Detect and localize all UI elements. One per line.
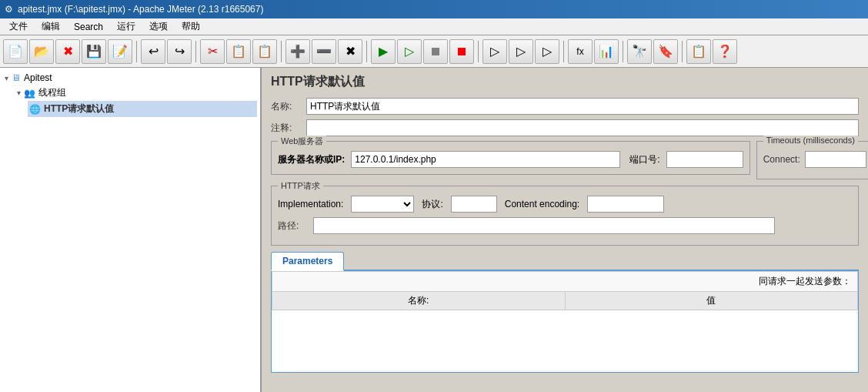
protocol-input[interactable] [451,196,497,213]
impl-select[interactable]: HttpClient3.1 HttpClient4 Java [352,196,413,212]
content-area: HTTP请求默认值 名称: 注释: Web服务器 服务器名称或IP: [262,68,868,379]
tree-item-http-defaults[interactable]: 🌐 HTTP请求默认值 [28,101,257,117]
tree-expand-icon-2: ▾ [17,89,21,97]
page-title: HTTP请求默认值 [271,74,859,90]
run-no-pause-button[interactable]: ▷ [397,39,422,64]
impl-label: Implementation: [278,199,343,209]
params-header: 同请求一起发送参数： [272,271,858,291]
separator-2 [195,41,196,62]
params-table: 名称: 值 [272,291,858,372]
tab-header: Parameters [271,252,859,271]
clear-button[interactable]: ✖ [338,39,362,64]
menu-help[interactable]: 帮助 [175,18,206,35]
timeouts-legend: Timeouts (milliseconds) [763,136,858,145]
save-button[interactable]: 💾 [82,39,106,64]
add-button[interactable]: ➕ [285,39,310,64]
save-as-button[interactable]: 📝 [108,39,132,64]
http-request-fieldset: HTTP请求 Implementation: HttpClient3.1 Htt… [271,186,859,246]
left-panel: ▾ 🖥 Apitest ▾ 👥 线程组 🌐 HTTP请求默认值 [0,68,262,392]
remote-stop-button[interactable]: ▷ [509,39,533,64]
stop-button[interactable]: ⏹ [423,39,448,64]
send-params-label: 同请求一起发送参数： [759,276,851,286]
remote-start-button[interactable]: ▷ [482,39,507,64]
undo-button[interactable]: ↩ [141,39,165,64]
separator-5 [478,41,479,62]
cut-button[interactable]: ✂ [200,39,225,64]
copy-button[interactable]: 📋 [226,39,251,64]
search-button[interactable]: 🔭 [627,39,652,64]
computer-icon: 🖥 [12,72,21,83]
menu-search[interactable]: Search [68,20,109,34]
impl-select-box[interactable]: HttpClient3.1 HttpClient4 Java [351,196,414,213]
empty-row [272,310,858,372]
menu-edit[interactable]: 编辑 [35,18,66,35]
server-label: 服务器名称或IP: [278,153,345,166]
web-server-legend: Web服务器 [278,136,326,147]
name-row: 名称: [271,98,859,115]
separator-4 [366,41,367,62]
separator-3 [281,41,282,62]
encoding-input[interactable] [587,196,664,213]
redo-button[interactable]: ↪ [167,39,192,64]
list-button[interactable]: 📋 [686,39,711,64]
new-button[interactable]: 📄 [3,39,28,64]
http-req-impl-row: Implementation: HttpClient3.1 HttpClient… [278,196,852,213]
separator-7 [623,41,623,62]
comment-label: 注释: [271,122,302,135]
thread-group-icon: 👥 [24,88,35,99]
comment-input[interactable] [306,119,859,136]
name-label: 名称: [271,100,302,113]
tree-label-apitest: Apitest [24,72,52,83]
tree-label-http-defaults: HTTP请求默认值 [44,102,114,116]
tab-content-parameters: 同请求一起发送参数： 名称: 值 [271,271,859,373]
function-helper-button[interactable]: fx [568,39,593,64]
port-input[interactable] [666,151,743,168]
title-bar-icon: ⚙ [5,4,13,15]
right-panel: HTTP请求默认值 名称: 注释: Web服务器 服务器名称或IP: [262,68,868,392]
timeouts-fieldset: Timeouts (milliseconds) Connect: [756,141,868,179]
separator-6 [563,41,564,62]
run-button[interactable]: ▶ [371,39,396,64]
tab-parameters[interactable]: Parameters [271,252,344,271]
paste-button[interactable]: 📋 [252,39,277,64]
close-button[interactable]: ✖ [55,39,80,64]
path-label: 路径: [278,219,309,233]
tree-item-apitest[interactable]: ▾ 🖥 Apitest [3,71,257,85]
tree-expand-icon: ▾ [5,74,8,82]
tree-item-thread-group[interactable]: ▾ 👥 线程组 [15,85,257,101]
path-row: 路径: [278,217,852,234]
title-bar: ⚙ apitest.jmx (F:\apitest.jmx) - Apache … [0,0,868,18]
chart-button[interactable]: 📊 [594,39,619,64]
menu-bar: 文件 编辑 Search 运行 选项 帮助 [0,18,868,35]
col-header-name: 名称: [272,292,566,310]
separator-8 [682,41,683,62]
port-label: 端口号: [629,153,659,166]
tree-label-thread-group: 线程组 [38,86,66,99]
main-container: ▾ 🖥 Apitest ▾ 👥 线程组 🌐 HTTP请求默认值 HTTP请求默认… [0,68,868,392]
toolbar: 📄 📂 ✖ 💾 📝 ↩ ↪ ✂ 📋 📋 ➕ ➖ ✖ ▶ ▷ ⏹ ⏹ ▷ ▷ ▷ … [0,35,868,68]
connect-input[interactable] [805,151,866,168]
clear-all-button[interactable]: 🔖 [653,39,678,64]
remote-clear-button[interactable]: ▷ [535,39,559,64]
separator-1 [136,41,137,62]
stop-now-button[interactable]: ⏹ [449,39,474,64]
help-button[interactable]: ❓ [713,39,737,64]
tabs-container: Parameters 同请求一起发送参数： 名称: 值 [271,252,859,373]
table-body [272,310,858,372]
menu-file[interactable]: 文件 [3,18,34,35]
web-server-fieldset: Web服务器 服务器名称或IP: 端口号: [271,141,750,175]
web-server-content: 服务器名称或IP: 端口号: [278,151,743,168]
open-button[interactable]: 📂 [29,39,54,64]
server-input[interactable] [351,151,620,168]
name-input[interactable] [306,98,859,115]
path-input[interactable] [313,217,775,234]
encoding-label: Content encoding: [505,199,579,209]
title-bar-text: apitest.jmx (F:\apitest.jmx) - Apache JM… [18,4,263,15]
menu-run[interactable]: 运行 [111,18,142,35]
http-defaults-icon: 🌐 [29,104,41,115]
comment-row: 注释: [271,119,859,136]
http-request-content: Implementation: HttpClient3.1 HttpClient… [278,196,852,234]
col-header-value: 值 [565,292,858,310]
remove-button[interactable]: ➖ [312,39,336,64]
menu-options[interactable]: 选项 [143,18,174,35]
